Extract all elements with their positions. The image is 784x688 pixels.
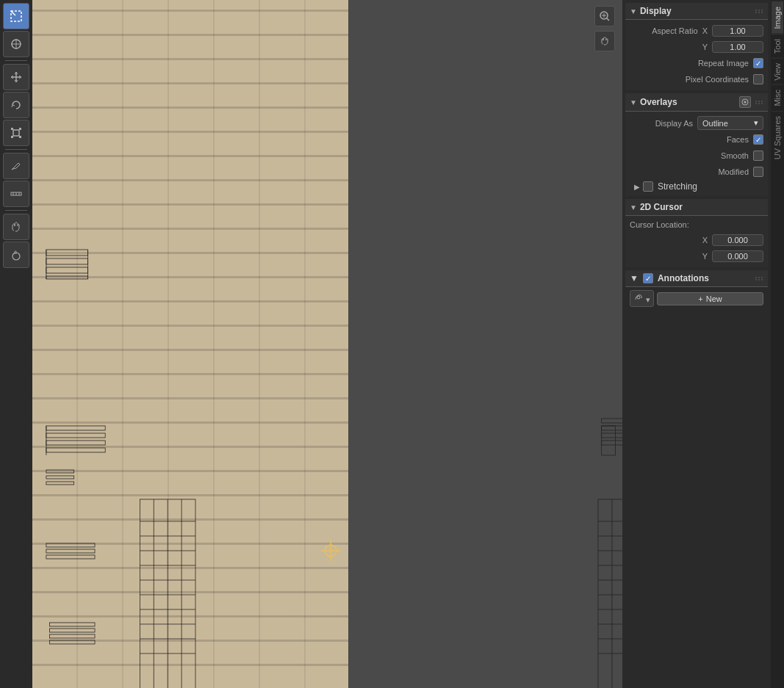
svg-rect-43 <box>602 419 622 423</box>
faces-label: Faces <box>630 135 753 144</box>
annotations-title: Annotations <box>658 273 752 283</box>
display-as-row: Display As Outline ▾ <box>630 115 763 131</box>
repeat-image-checkbox[interactable]: ✓ <box>753 58 763 68</box>
pixel-coords-label: Pixel Coordinates <box>630 75 753 84</box>
side-tabs: Image Tool View Misc UV Squares <box>771 0 784 688</box>
uv-viewport[interactable] <box>32 0 622 688</box>
svg-rect-8 <box>19 136 21 138</box>
tab-tool[interactable]: Tool <box>772 34 783 58</box>
svg-rect-42 <box>602 426 616 455</box>
ruler-button[interactable] <box>3 181 29 207</box>
cursor-y-row: Y 0.000 <box>630 248 763 264</box>
cursor-title: 2D Cursor <box>640 202 763 212</box>
svg-rect-7 <box>11 136 13 138</box>
cursor-x-field[interactable]: 0.000 <box>712 234 763 246</box>
cursor-section-header[interactable]: ▼ 2D Cursor <box>625 199 768 216</box>
new-annotation-button[interactable]: + New <box>657 292 763 305</box>
svg-rect-46 <box>602 441 622 445</box>
svg-rect-6 <box>19 128 21 130</box>
aspect-ratio-x-row: Aspect Ratio X 1.00 <box>630 23 763 39</box>
tab-image[interactable]: Image <box>772 1 783 34</box>
svg-point-97 <box>744 101 747 104</box>
tab-misc[interactable]: Misc <box>772 84 783 111</box>
gpencil-selector[interactable]: ▾ <box>630 290 654 307</box>
left-toolbar <box>0 0 32 688</box>
modified-row: Modified <box>630 164 763 180</box>
annotations-row: ▾ + New <box>625 287 768 310</box>
annotations-triangle: ▼ <box>630 273 639 283</box>
tab-view[interactable]: View <box>772 58 783 85</box>
svg-point-98 <box>637 296 640 299</box>
aspect-y-field[interactable]: 1.00 <box>712 41 763 53</box>
display-section-header[interactable]: ▼ Display <box>625 3 768 20</box>
grab-button[interactable] <box>3 214 29 240</box>
stretching-checkbox[interactable] <box>643 181 653 192</box>
smooth-row: Smooth <box>630 148 763 164</box>
svg-rect-45 <box>602 433 622 438</box>
separator-2 <box>5 149 27 150</box>
overlays-settings[interactable] <box>739 96 751 108</box>
aspect-x-field[interactable]: 1.00 <box>712 25 763 37</box>
aspect-y-label: Y <box>630 43 712 51</box>
svg-line-93 <box>607 18 610 21</box>
overlays-body: Display As Outline ▾ Faces ✓ Smooth <box>625 112 768 196</box>
display-as-dropdown[interactable]: Outline ▾ <box>697 116 763 130</box>
smooth-label: Smooth <box>630 151 753 160</box>
stretching-triangle[interactable]: ▶ <box>634 183 640 191</box>
repeat-image-row: Repeat Image ✓ <box>630 55 763 71</box>
annotations-grip <box>755 277 763 280</box>
select-box-button[interactable] <box>3 3 29 29</box>
rotate-button[interactable] <box>3 92 29 118</box>
smooth-checkbox[interactable] <box>753 151 763 161</box>
grab2-button[interactable] <box>3 242 29 268</box>
display-body: Aspect Ratio X 1.00 Y 1.00 Repeat Image … <box>625 20 768 90</box>
repeat-image-label: Repeat Image <box>630 59 753 68</box>
cursor-y-field[interactable]: 0.000 <box>712 250 763 262</box>
annotate-button[interactable] <box>3 153 29 179</box>
display-as-label: Display As <box>630 119 697 128</box>
annotations-checkbox[interactable]: ✓ <box>643 273 653 283</box>
viewport-buttons <box>594 6 615 51</box>
cursor-triangle: ▼ <box>630 203 637 211</box>
svg-rect-4 <box>13 130 19 136</box>
stretching-row: ▶ Stretching <box>630 180 763 193</box>
cursor-x-row: X 0.000 <box>630 232 763 248</box>
svg-rect-44 <box>602 426 622 430</box>
cursor-location-label: Cursor Location: <box>630 219 763 232</box>
overlays-section-header[interactable]: ▼ Overlays <box>625 93 768 112</box>
overlays-title: Overlays <box>640 97 739 107</box>
overlays-triangle: ▼ <box>630 98 637 106</box>
cursor-x-label: X <box>630 236 712 245</box>
faces-row: Faces ✓ <box>630 131 763 148</box>
zoom-button[interactable] <box>594 6 615 26</box>
faces-checkbox[interactable]: ✓ <box>753 134 763 145</box>
display-title: Display <box>640 6 752 16</box>
hand-button[interactable] <box>594 31 615 51</box>
pixel-coords-checkbox[interactable] <box>753 74 763 84</box>
cursor-body: Cursor Location: X 0.000 Y 0.000 <box>625 216 768 267</box>
overlays-grip <box>755 101 763 104</box>
display-triangle: ▼ <box>630 7 637 15</box>
separator-1 <box>5 60 27 61</box>
tab-uv-squares[interactable]: UV Squares <box>772 111 783 164</box>
cursor-y-label: Y <box>630 252 712 261</box>
texture-area <box>32 0 348 688</box>
pixel-coords-row: Pixel Coordinates <box>630 71 763 87</box>
panel-content: ▼ Display Aspect Ratio X 1.00 <box>622 0 771 688</box>
svg-rect-5 <box>11 128 13 130</box>
stretching-label: Stretching <box>658 181 697 192</box>
right-panel: ▼ Display Aspect Ratio X 1.00 <box>622 0 784 688</box>
aspect-ratio-y-row: Y 1.00 <box>630 39 763 55</box>
modified-checkbox[interactable] <box>753 167 763 177</box>
svg-rect-47 <box>598 499 622 688</box>
annotations-header[interactable]: ▼ ✓ Annotations <box>625 270 768 287</box>
aspect-ratio-label: Aspect Ratio X <box>630 26 712 35</box>
move-button[interactable] <box>3 64 29 90</box>
separator-3 <box>5 210 27 211</box>
display-grip <box>755 10 763 13</box>
scale-button[interactable] <box>3 120 29 146</box>
cursor-button[interactable] <box>3 31 29 57</box>
modified-label: Modified <box>630 167 753 176</box>
